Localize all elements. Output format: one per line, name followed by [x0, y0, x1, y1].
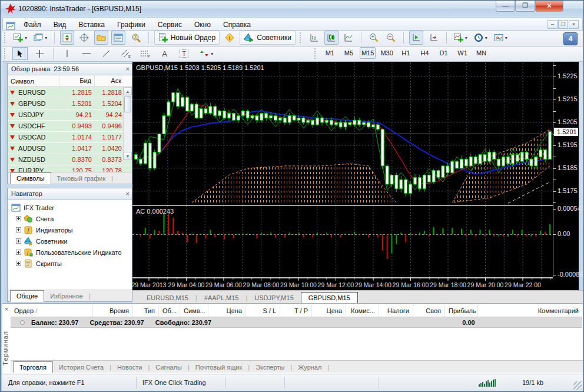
- new-chart-button[interactable]: ▾: [12, 31, 29, 45]
- expand-icon[interactable]: [16, 261, 21, 266]
- market-watch-header[interactable]: Обзор рынка: 23:59:56 ×: [8, 64, 132, 75]
- maximize-button[interactable]: ❐: [515, 1, 535, 12]
- navigator-toggle-button[interactable]: [94, 31, 108, 45]
- timeframe-m5-button[interactable]: M5: [341, 47, 357, 59]
- timeframe-h4-button[interactable]: H4: [417, 47, 433, 59]
- market-watch-row[interactable]: USDCAD1.01741.0177: [8, 132, 132, 143]
- tab-news[interactable]: Новости: [111, 362, 148, 373]
- navigator-close-icon[interactable]: ×: [126, 190, 130, 198]
- tree-item-advisors[interactable]: Советники: [8, 235, 132, 247]
- tree-item-scripts[interactable]: Скрипты: [8, 258, 132, 269]
- column-ask[interactable]: Аск: [95, 75, 124, 87]
- menu-window[interactable]: Окно: [189, 18, 216, 31]
- advisors-button[interactable]: Советники: [240, 31, 296, 45]
- col-open-price[interactable]: Цена: [208, 305, 246, 317]
- menu-file[interactable]: Файл: [18, 18, 47, 31]
- tab-trade[interactable]: Торговля: [13, 361, 53, 373]
- text-label-tool-button[interactable]: T: [177, 47, 192, 60]
- balance-row[interactable]: Баланс: 230.97 Средства: 230.97 Свободно…: [11, 317, 582, 328]
- tab-symbols[interactable]: Символы: [10, 172, 51, 184]
- scroll-down-icon[interactable]: ▼: [124, 152, 132, 160]
- mdi-close-button[interactable]: ×: [569, 20, 579, 29]
- market-watch-column-headers[interactable]: Символ Бид Аск: [8, 75, 132, 87]
- market-watch-row[interactable]: USDCHF0.94930.9496: [8, 121, 132, 132]
- timeframe-m15-button[interactable]: M15: [360, 47, 376, 59]
- market-watch-row[interactable]: EURUSD1.28151.2818: [8, 87, 132, 98]
- profiles-button[interactable]: ▾: [32, 31, 49, 45]
- tree-item-indicators[interactable]: f Индикаторы: [8, 224, 132, 235]
- tab-journal[interactable]: Журнал: [292, 362, 327, 373]
- toolbar-grip[interactable]: [4, 32, 7, 43]
- resize-grip[interactable]: [573, 381, 582, 390]
- tree-item-accounts[interactable]: Счета: [8, 213, 132, 224]
- market-watch-row[interactable]: AUDUSD1.04171.0420: [8, 143, 132, 154]
- warning-button[interactable]: !: [223, 31, 237, 45]
- arrows-tool-button[interactable]: ▾: [196, 47, 217, 60]
- menu-view[interactable]: Вид: [48, 18, 72, 31]
- tree-root-ifx-trader[interactable]: IFX Trader: [8, 202, 132, 213]
- market-watch-row[interactable]: EURJPY120.75120.78: [8, 165, 132, 172]
- expand-icon[interactable]: [16, 227, 21, 232]
- bar-chart-button[interactable]: [307, 31, 321, 45]
- crosshair-tool-button[interactable]: [32, 47, 47, 60]
- price-scale[interactable]: 1.52251.52151.52051.51951.51851.51751.52…: [553, 62, 579, 277]
- timeframe-m30-button[interactable]: M30: [379, 47, 394, 59]
- minimize-button[interactable]: —: [496, 1, 515, 12]
- scrollbar-thumb[interactable]: [124, 96, 131, 112]
- expand-icon[interactable]: [16, 238, 21, 244]
- periods-button[interactable]: ▾: [472, 31, 489, 45]
- price-chart[interactable]: [132, 63, 553, 205]
- notifications-badge[interactable]: 4: [563, 32, 578, 45]
- terminal-close-icon[interactable]: ×: [5, 306, 8, 313]
- indicators-button[interactable]: ▾: [452, 31, 469, 45]
- col-time[interactable]: Время: [93, 305, 133, 317]
- toolbar-grip[interactable]: [314, 48, 317, 59]
- column-bid[interactable]: Бид: [59, 75, 95, 87]
- navigator-header[interactable]: Навигатор ×: [8, 188, 132, 200]
- col-commission[interactable]: Комис...: [346, 305, 379, 317]
- status-mode-text[interactable]: IFX One Click Trading: [137, 377, 226, 388]
- col-sl[interactable]: S / L: [246, 305, 280, 317]
- tab-experts[interactable]: Эксперты: [250, 362, 290, 373]
- fibonacci-tool-button[interactable]: F: [138, 47, 153, 60]
- chart-tab-aapl[interactable]: #AAPL,M15: [197, 293, 246, 303]
- chart-shift-button[interactable]: [427, 31, 441, 45]
- chart-area[interactable]: GBPUSD,M15 1.5203 1.5205 1.5189 1.5201 A…: [132, 62, 579, 290]
- toolbar-grip[interactable]: [300, 32, 303, 43]
- market-watch-toggle-button[interactable]: [60, 31, 74, 45]
- trendline-tool-button[interactable]: [98, 47, 114, 60]
- market-watch-scrollbar[interactable]: ▲ ▼: [123, 87, 132, 160]
- expand-icon[interactable]: [16, 216, 21, 221]
- mdi-minimize-button[interactable]: –: [548, 20, 558, 29]
- menu-charts[interactable]: Графики: [112, 18, 151, 31]
- column-symbol[interactable]: Символ: [8, 75, 59, 87]
- tree-item-custom-indicators[interactable]: f Пользовательские Индикато: [8, 247, 132, 258]
- col-tp[interactable]: T / P: [280, 305, 312, 317]
- mdi-restore-button[interactable]: ❐: [558, 20, 568, 29]
- timeframe-mn-button[interactable]: MN: [473, 47, 489, 59]
- market-watch-close-icon[interactable]: ×: [126, 65, 130, 73]
- col-comment[interactable]: Комментарий: [478, 305, 582, 317]
- chart-tab-eurusd[interactable]: EURUSD,M15: [140, 293, 195, 303]
- col-volume[interactable]: Об...: [159, 305, 180, 317]
- terminal-toggle-button[interactable]: [111, 31, 125, 45]
- time-axis[interactable]: 29 Mar 201329 Mar 04:0029 Mar 06:0029 Ma…: [132, 277, 553, 290]
- vertical-line-tool-button[interactable]: [59, 47, 75, 60]
- zoom-out-button[interactable]: [384, 31, 398, 45]
- col-swap[interactable]: Своп: [413, 305, 445, 317]
- ac-indicator-chart[interactable]: [132, 206, 553, 277]
- tab-account-history[interactable]: История Счета: [53, 362, 110, 373]
- scroll-up-icon[interactable]: ▲: [124, 87, 132, 95]
- menu-insert[interactable]: Вставка: [73, 18, 110, 31]
- chart-tab-usdjpy[interactable]: USDJPY,M15: [247, 293, 300, 303]
- zoom-in-button[interactable]: [367, 31, 381, 45]
- text-tool-button[interactable]: A: [157, 47, 172, 60]
- cursor-tool-button[interactable]: [12, 47, 28, 60]
- col-profit[interactable]: Прибыль: [445, 305, 478, 317]
- horizontal-line-tool-button[interactable]: [79, 47, 94, 60]
- col-taxes[interactable]: Налоги: [379, 305, 413, 317]
- tab-tick-chart[interactable]: Тиковый график: [51, 173, 112, 184]
- market-watch-row[interactable]: NZDUSD0.83700.8373: [8, 154, 132, 165]
- strategy-tester-button[interactable]: [129, 31, 143, 45]
- equidistant-channel-tool-button[interactable]: E: [118, 47, 133, 60]
